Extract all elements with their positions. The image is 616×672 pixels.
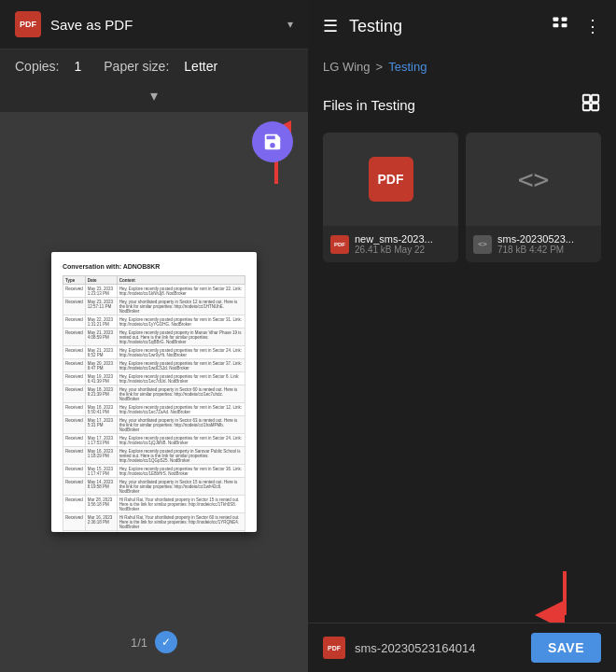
- files-grid: PDF PDF new_sms-2023... 26.41 kB May 22 …: [308, 125, 616, 270]
- copies-label: Copies:: [15, 59, 59, 74]
- table-cell: Received: [63, 478, 86, 496]
- table-cell: Hey, Explore recently posted properties …: [117, 285, 245, 298]
- table-cell: Hi Rahul Rai, Your shortlisted property …: [117, 513, 245, 531]
- file-info-text-2: sms-20230523... 718 kB 4:42 PM: [497, 233, 574, 255]
- file-card-2[interactable]: <> <> sms-20230523... 718 kB 4:42 PM: [466, 133, 601, 262]
- table-cell: May 17, 2023 5:31 PM: [85, 416, 117, 434]
- table-cell: Received: [63, 298, 86, 315]
- table-cell: Received: [63, 531, 86, 533]
- right-panel-title: Testing: [349, 17, 539, 36]
- red-arrow-down-container: [308, 567, 616, 623]
- table-cell: Received: [63, 372, 86, 385]
- page-indicator: 1/1 ✓: [131, 631, 177, 653]
- header-icons: ⋮: [551, 15, 601, 38]
- table-cell: Received: [63, 285, 86, 298]
- pdf-file-icon: PDF: [369, 157, 413, 202]
- file-info-text-1: new_sms-2023... 26.41 kB May 22: [355, 233, 433, 255]
- code-file-preview: <>: [518, 164, 550, 195]
- table-cell: Hey, Explore recently posted property in…: [117, 329, 245, 346]
- breadcrumb-separator: >: [376, 60, 384, 74]
- table-cell: Received: [63, 359, 86, 372]
- document-page-preview: Conversation with: ADNOB8KR Type Date Co…: [51, 252, 257, 532]
- file-info-2: <> sms-20230523... 718 kB 4:42 PM: [466, 226, 601, 262]
- table-cell: Hey, Explore recently posted properties …: [117, 315, 245, 329]
- table-cell: May 15, 2023 1:17:47 PM: [85, 465, 117, 478]
- right-spacer: [308, 270, 616, 567]
- table-cell: May 23, 2023 1:23:13 PM: [85, 285, 117, 298]
- table-cell: Hey, your shortlisted property in Sector…: [117, 478, 245, 496]
- expand-row[interactable]: ▾: [0, 83, 308, 112]
- table-cell: Received: [63, 465, 86, 478]
- file-preview-1: PDF: [323, 133, 458, 226]
- table-cell: Received: [63, 385, 86, 403]
- red-arrow-down-icon: [513, 567, 579, 623]
- file-name-2: sms-20230523...: [497, 233, 574, 245]
- table-cell: May 18, 2023 6:21:39 PM: [85, 385, 117, 403]
- table-cell: Received: [63, 447, 86, 465]
- bottom-bar: PDF sms-20230523164014 SAVE: [308, 623, 616, 672]
- table-cell: Hey, Explore recently posted properties …: [117, 359, 245, 372]
- save-circle-button[interactable]: [252, 121, 293, 162]
- save-as-pdf-title: Save as PDF: [50, 17, 278, 33]
- right-panel: ☰ Testing ⋮ LG Wing > Testing Files in T…: [308, 0, 616, 672]
- table-cell: Hey, your shortlisted property in Sector…: [117, 298, 245, 315]
- file-type-icon-2: <>: [473, 235, 492, 254]
- table-cell: Hey, Explore recently posted properties …: [117, 372, 245, 385]
- svg-rect-5: [562, 23, 567, 27]
- col-type: Type: [63, 276, 86, 285]
- pdf-app-icon: PDF: [15, 11, 41, 37]
- table-cell: May 16, 2023 1:18:29 PM: [85, 447, 117, 465]
- table-cell: May 17, 2023 1:17:53 PM: [85, 434, 117, 447]
- table-cell: May 21, 2023 6:52 PM: [85, 346, 117, 359]
- table-cell: Hey, Explore recently posted property in…: [117, 447, 245, 465]
- table-cell: Hey, Explore recently posted properties …: [117, 434, 245, 447]
- table-cell: May 21, 2023 4:08:59 PM: [85, 329, 117, 346]
- paper-size-value: Letter: [184, 59, 217, 74]
- bottom-filename: sms-20230523164014: [355, 641, 522, 655]
- grid-view-icon[interactable]: [551, 15, 569, 38]
- file-preview-2: <>: [466, 133, 601, 226]
- page-check-icon: ✓: [155, 631, 177, 653]
- table-cell: Received: [63, 403, 86, 416]
- table-cell: Hey, your shortlisted property in Sector…: [117, 385, 245, 403]
- dropdown-arrow-icon[interactable]: ▾: [287, 18, 293, 31]
- breadcrumb-current: Testing: [388, 60, 427, 74]
- code-brackets-icon: <>: [518, 164, 550, 195]
- table-cell: Hey, Explore recently posted properties …: [117, 465, 245, 478]
- page-number: 1/1: [131, 636, 147, 650]
- svg-rect-3: [562, 17, 567, 21]
- svg-rect-9: [592, 104, 598, 110]
- file-name-1: new_sms-2023...: [355, 233, 433, 245]
- right-header: ☰ Testing ⋮: [308, 0, 616, 52]
- files-header: Files in Testing: [308, 81, 616, 125]
- table-cell: May 19, 2023 6:41:39 PM: [85, 372, 117, 385]
- hamburger-icon[interactable]: ☰: [323, 16, 338, 36]
- table-cell: May 20, 2023 6:47 PM: [85, 359, 117, 372]
- file-card-1[interactable]: PDF PDF new_sms-2023... 26.41 kB May 22: [323, 133, 458, 262]
- doc-table: Type Date Content ReceivedMay 23, 2023 1…: [63, 275, 245, 532]
- save-button[interactable]: SAVE: [531, 633, 601, 663]
- doc-title: Conversation with: ADNOB8KR: [63, 263, 245, 270]
- table-cell: Mar 28, 2023 3:56:18 PM: [85, 496, 117, 513]
- table-cell: Received: [63, 496, 86, 513]
- table-cell: Mar 24, 2023 11:46:22 AM: [85, 531, 117, 533]
- table-cell: Received: [63, 329, 86, 346]
- table-cell: Received: [63, 315, 86, 329]
- expand-chevron-icon[interactable]: ▾: [150, 87, 158, 105]
- more-options-icon[interactable]: ⋮: [584, 16, 601, 36]
- document-preview-area: Conversation with: ADNOB8KR Type Date Co…: [0, 112, 308, 672]
- table-cell: May 22, 2023 1:31:21 PM: [85, 315, 117, 329]
- list-grid-toggle-icon[interactable]: [581, 92, 601, 118]
- bottom-pdf-icon: PDF: [323, 637, 345, 659]
- file-type-icon-1: PDF: [330, 235, 349, 254]
- col-content: Content: [117, 276, 245, 285]
- table-cell: May 23, 2023 12:57:11 PM: [85, 298, 117, 315]
- svg-rect-6: [583, 95, 590, 102]
- svg-rect-4: [553, 23, 559, 27]
- breadcrumb-parent[interactable]: LG Wing: [323, 60, 371, 74]
- breadcrumb: LG Wing > Testing: [308, 52, 616, 81]
- table-cell: May 18, 2023 5:50:41 PM: [85, 403, 117, 416]
- table-cell: Hey, Explore recently posted properties …: [117, 403, 245, 416]
- table-cell: Received: [63, 434, 86, 447]
- file-info-1: PDF new_sms-2023... 26.41 kB May 22: [323, 226, 458, 262]
